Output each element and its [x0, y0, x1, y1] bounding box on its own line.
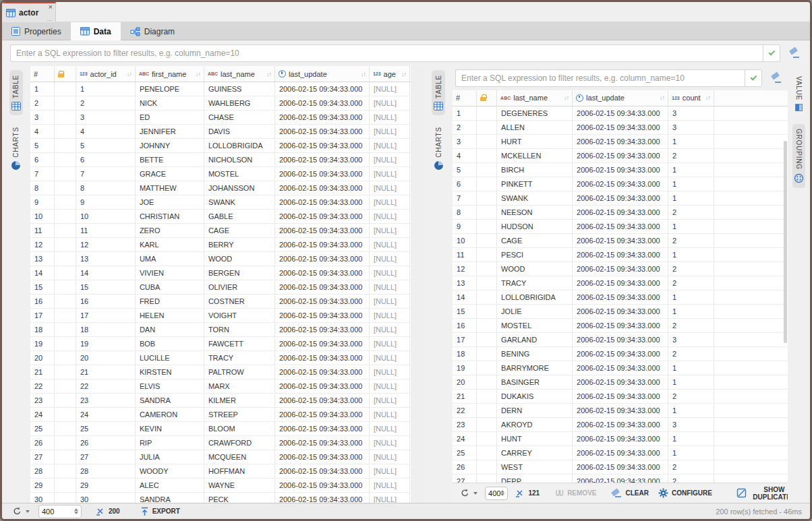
grid-cell[interactable]: 1: [668, 163, 714, 177]
grid-cell[interactable]: 2006-02-15 09:34:33.000: [275, 252, 370, 266]
panel-tab-value[interactable]: VALUE: [794, 71, 804, 116]
grid-cell[interactable]: LOLLOBRIGIDA: [204, 139, 275, 152]
grid-cell[interactable]: 12: [30, 238, 55, 251]
table-row[interactable]: 17GARLAND2006-02-15 09:34:33.0003: [453, 333, 788, 347]
grid-cell[interactable]: BENING: [497, 347, 573, 361]
grid-cell[interactable]: [NULL]: [370, 125, 410, 138]
vertical-scrollbar[interactable]: [784, 141, 787, 343]
grid-cell[interactable]: VOIGHT: [204, 309, 275, 322]
grid-cell[interactable]: 23: [30, 394, 55, 407]
grid-cell[interactable]: WOOD: [497, 262, 573, 276]
grid-cell[interactable]: 17: [453, 333, 477, 346]
export-button[interactable]: EXPORT: [138, 505, 182, 518]
apply-filter-button[interactable]: [763, 44, 780, 62]
grid-cell[interactable]: [477, 234, 497, 247]
grid-cell[interactable]: 2006-02-15 09:34:33.000: [275, 224, 370, 237]
grid-cell[interactable]: TRACY: [497, 276, 573, 290]
grid-cell[interactable]: NICK: [136, 96, 204, 110]
sort-icon[interactable]: ↓↑: [660, 94, 664, 101]
grid-cell[interactable]: UMA: [136, 252, 204, 266]
grid-cell[interactable]: MATTHEW: [136, 181, 204, 195]
grid-cell[interactable]: 2006-02-15 09:34:33.000: [573, 262, 668, 276]
grid-cell[interactable]: 18: [453, 347, 477, 361]
grid-cell[interactable]: 28: [30, 464, 55, 478]
sql-filter-input[interactable]: [10, 44, 763, 62]
grid-cell[interactable]: 2: [668, 234, 714, 247]
grid-cell[interactable]: PECK: [204, 493, 275, 503]
table-row[interactable]: 6PINKETT2006-02-15 09:34:33.0001: [453, 177, 788, 191]
spinner-arrows-icon[interactable]: [74, 508, 78, 514]
grid-cell[interactable]: 1: [668, 248, 714, 262]
grid-cell[interactable]: [55, 82, 76, 96]
tab-properties[interactable]: Properties: [2, 22, 71, 40]
grid-cell[interactable]: 30: [30, 493, 55, 503]
grid-cell[interactable]: [477, 305, 497, 318]
table-row[interactable]: 15JOLIE2006-02-15 09:34:33.0001: [453, 305, 788, 319]
grid-cell[interactable]: 1: [668, 432, 714, 446]
grid-cell[interactable]: 27: [30, 450, 55, 464]
grid-cell[interactable]: 14: [76, 266, 136, 280]
grid-cell[interactable]: NEESON: [497, 206, 573, 219]
grid-cell[interactable]: 13: [453, 276, 477, 290]
grid-cell[interactable]: [NULL]: [370, 224, 410, 237]
grid-cell[interactable]: [55, 252, 76, 266]
grid-cell[interactable]: 26: [76, 436, 136, 450]
grid-cell[interactable]: 7: [30, 167, 55, 181]
grid-cell[interactable]: GRACE: [136, 167, 204, 181]
grid-cell[interactable]: 9: [30, 195, 55, 209]
grid-cell[interactable]: LUCILLE: [136, 351, 204, 365]
table-row[interactable]: 2222ELVISMARX2006-02-15 09:34:33.000[NUL…: [30, 379, 411, 394]
grid-cell[interactable]: 22: [453, 404, 477, 417]
grid-cell[interactable]: [NULL]: [370, 153, 410, 166]
grid-cell[interactable]: SANDRA: [136, 493, 204, 503]
grid-cell[interactable]: CHASE: [204, 111, 275, 124]
sort-icon[interactable]: ↓↑: [196, 71, 200, 78]
grid-cell[interactable]: 1: [668, 305, 714, 318]
grid-cell[interactable]: DERN: [497, 404, 573, 417]
grid-cell[interactable]: WAHLBERG: [204, 96, 275, 110]
grid-cell[interactable]: 7: [453, 191, 477, 205]
grid-cell[interactable]: 13: [30, 252, 55, 266]
grid-cell[interactable]: DAVIS: [204, 125, 275, 138]
spinner-arrows-icon[interactable]: [500, 490, 504, 496]
grid-cell[interactable]: ALLEN: [497, 121, 573, 134]
grid-cell[interactable]: 13: [76, 252, 136, 266]
grid-cell[interactable]: 3: [668, 418, 714, 431]
grid-cell[interactable]: [55, 422, 76, 435]
grid-cell[interactable]: 2006-02-15 09:34:33.000: [275, 181, 370, 195]
grid-cell[interactable]: DEGENERES: [497, 106, 573, 120]
table-row[interactable]: 55JOHNNYLOLLOBRIGIDA2006-02-15 09:34:33.…: [30, 139, 411, 153]
column-header-count[interactable]: 123count↓↑: [668, 90, 714, 106]
grid-cell[interactable]: 28: [76, 464, 136, 478]
grid-cell[interactable]: HUDSON: [497, 220, 573, 233]
grid-cell[interactable]: 2: [453, 121, 477, 134]
grid-cell[interactable]: [NULL]: [370, 450, 410, 464]
grid-cell[interactable]: [55, 436, 76, 450]
grid-cell[interactable]: [477, 404, 497, 417]
grid-cell[interactable]: 2006-02-15 09:34:33.000: [275, 351, 370, 365]
grid-cell[interactable]: 2: [668, 474, 714, 483]
table-row[interactable]: 1DEGENERES2006-02-15 09:34:33.0003: [453, 106, 788, 121]
grid-cell[interactable]: 5: [76, 139, 136, 152]
grid-cell[interactable]: JOLIE: [497, 305, 573, 318]
grid-cell[interactable]: [NULL]: [370, 181, 410, 195]
grid-cell[interactable]: 2006-02-15 09:34:33.000: [275, 479, 370, 492]
grid-cell[interactable]: BETTE: [136, 153, 204, 166]
table-row[interactable]: 11PENELOPEGUINESS2006-02-15 09:34:33.000…: [30, 82, 411, 96]
grid-cell[interactable]: 24: [453, 432, 477, 446]
grid-cell[interactable]: CRAWFORD: [204, 436, 275, 450]
grid-cell[interactable]: 2006-02-15 09:34:33.000: [573, 106, 668, 120]
grid-cell[interactable]: BERRY: [204, 238, 275, 251]
grid-cell[interactable]: 2006-02-15 09:34:33.000: [573, 432, 668, 446]
remove-button[interactable]: REMOVE: [552, 487, 598, 499]
grid-cell[interactable]: 2006-02-15 09:34:33.000: [573, 234, 668, 247]
grid-cell[interactable]: 15: [453, 305, 477, 318]
grid-cell[interactable]: 2006-02-15 09:34:33.000: [573, 163, 668, 177]
column-header-first_name[interactable]: ABCfirst_name↓↑: [136, 66, 204, 82]
grid-cell[interactable]: 27: [76, 450, 136, 464]
grid-cell[interactable]: 2006-02-15 09:34:33.000: [573, 404, 668, 417]
grid-cell[interactable]: 22: [30, 379, 55, 393]
grid-cell[interactable]: [477, 248, 497, 262]
grid-cell[interactable]: JENNIFER: [136, 125, 204, 138]
grid-cell[interactable]: [477, 276, 497, 290]
